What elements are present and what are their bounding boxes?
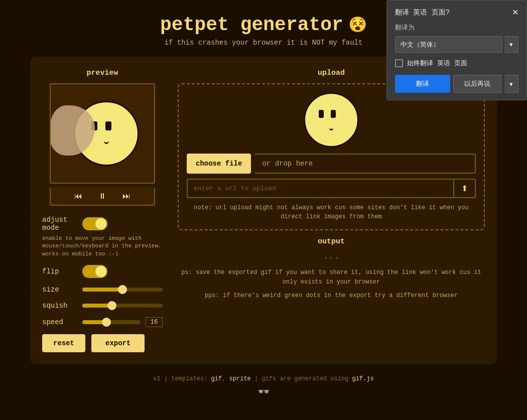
language-select-arrow[interactable]: ▾: [504, 36, 518, 53]
reset-button[interactable]: reset: [42, 334, 85, 352]
url-input[interactable]: [187, 179, 453, 198]
pause-button[interactable]: ⏸: [95, 191, 109, 202]
preview-title: preview: [42, 69, 163, 77]
speed-value-input[interactable]: 16: [146, 317, 163, 327]
toggle-knob: [95, 218, 106, 229]
footer-version: v1: [153, 375, 160, 382]
title-text: petpet generator: [160, 14, 343, 36]
speed-slider-container: [82, 318, 141, 327]
controls-section: adjust mode enable to move your image wi…: [42, 216, 163, 327]
footer-gif-label: gifs are generated using: [261, 375, 348, 382]
main-container: preview ⏮ ⏸ ⏭: [30, 57, 497, 364]
preview-image-area: [51, 84, 154, 183]
popup-checkbox-row: 始终翻译 英语 页面: [395, 59, 518, 68]
squish-slider[interactable]: [82, 304, 163, 308]
prev-button[interactable]: ⏮: [71, 191, 85, 202]
adjust-mode-desc: enable to move your image with mouse/tou…: [42, 235, 163, 258]
url-upload-button[interactable]: ⬆: [453, 179, 476, 198]
output-note2: pps: if there's weird green dots in the …: [178, 291, 485, 301]
url-note: note: url upload might not always work c…: [187, 203, 476, 221]
translate-button[interactable]: 翻译: [395, 75, 450, 93]
popup-close-button[interactable]: ✕: [512, 8, 518, 17]
size-slider-container: [82, 285, 163, 294]
popup-select-row: 中文（简体） ▾: [395, 36, 518, 53]
popup-header: 翻译 英语 页面? ✕: [395, 8, 518, 17]
squish-label: squish: [42, 302, 77, 310]
footer-sep1: |: [164, 375, 171, 382]
translation-popup: 翻译 英语 页面? ✕ 翻译为 中文（简体） ▾ 始终翻译 英语 页面 翻译 以…: [386, 0, 527, 100]
footer: v1 | templates: gif, sprite | gifs are g…: [0, 369, 527, 404]
flip-knob: [95, 266, 106, 277]
preview-box: [50, 83, 155, 184]
footer-gif-js[interactable]: gif.js: [352, 375, 373, 382]
footer-sep2: |: [254, 375, 261, 382]
flip-label: flip: [42, 267, 77, 275]
upload-smiley: [304, 92, 359, 148]
page-title: petpet generator 😵: [160, 14, 367, 36]
action-buttons: reset export: [42, 334, 163, 352]
speed-label: speed: [42, 318, 77, 326]
export-button[interactable]: export: [91, 334, 145, 352]
later-arrow-button[interactable]: ▾: [504, 75, 518, 93]
header-emoji: 😵: [348, 16, 367, 34]
hand-overlay: [50, 105, 95, 156]
upload-preview: [187, 92, 476, 148]
adjust-mode-row: adjust mode: [42, 216, 163, 232]
always-translate-label: 始终翻译 英语 页面: [407, 59, 467, 68]
footer-emoji: 👓: [6, 385, 521, 398]
output-section: output ... ps: save the exported gif if …: [178, 237, 485, 301]
url-row: ⬆: [187, 179, 476, 198]
speed-row: speed 16: [42, 317, 163, 327]
left-panel: preview ⏮ ⏸ ⏭: [42, 69, 163, 352]
footer-template-sprite[interactable]: sprite: [229, 375, 251, 382]
drop-area[interactable]: or drop here: [255, 154, 476, 174]
adjust-mode-toggle[interactable]: [82, 217, 107, 230]
size-slider[interactable]: [82, 288, 163, 292]
always-translate-checkbox[interactable]: [395, 59, 403, 67]
squish-slider-container: [82, 301, 163, 310]
output-title: output: [178, 237, 485, 246]
popup-buttons: 翻译 以后再说 ▾: [395, 75, 518, 93]
file-upload-row: choose file or drop here: [187, 154, 476, 174]
adjust-mode-label: adjust mode: [42, 216, 77, 232]
later-button[interactable]: 以后再说: [453, 75, 501, 93]
output-note1: ps: save the exported gif if you want to…: [178, 268, 485, 287]
output-placeholder: ...: [178, 251, 485, 261]
preview-controls: ⏮ ⏸ ⏭: [50, 188, 155, 206]
size-label: size: [42, 286, 77, 294]
right-panel: upload choose file or drop here ⬆ note: …: [178, 69, 485, 352]
upload-section: choose file or drop here ⬆ note: url upl…: [178, 83, 485, 230]
footer-templates-label: templates:: [171, 375, 207, 382]
popup-translate-label: 翻译为: [395, 23, 518, 32]
speed-slider[interactable]: [82, 320, 141, 324]
footer-template-gif[interactable]: gif: [211, 375, 222, 382]
flip-row: flip: [42, 265, 163, 278]
choose-file-button[interactable]: choose file: [187, 154, 251, 174]
next-button[interactable]: ⏭: [119, 191, 134, 202]
popup-title: 翻译 英语 页面?: [395, 8, 450, 17]
size-row: size: [42, 285, 163, 294]
squish-row: squish: [42, 301, 163, 310]
language-select[interactable]: 中文（简体）: [395, 36, 502, 53]
flip-toggle[interactable]: [82, 265, 107, 278]
